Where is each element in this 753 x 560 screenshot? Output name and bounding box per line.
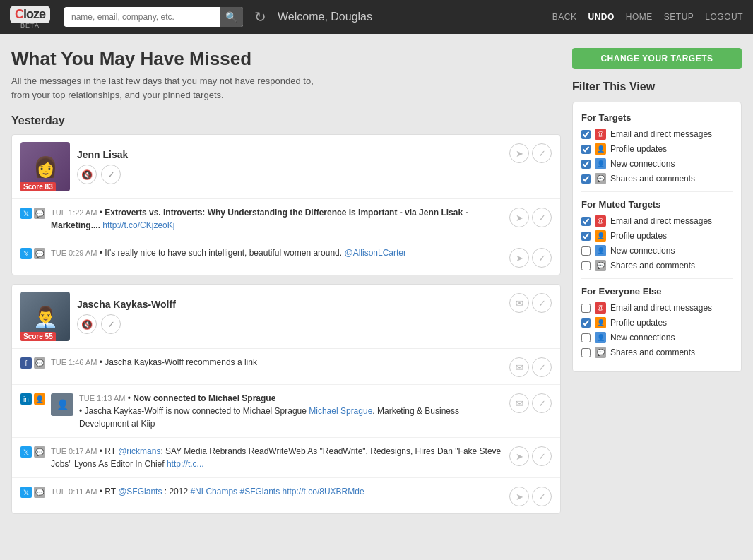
link-tw1[interactable]: http://t.c... xyxy=(167,459,204,469)
filter-muted-shares-checkbox[interactable] xyxy=(581,261,591,270)
msg-icons-tw2: 𝕏 💬 xyxy=(20,487,45,498)
filter-targets-profile-checkbox[interactable] xyxy=(581,145,591,154)
connect-filter-icon: 👤 xyxy=(595,332,606,343)
send-icon-jascha[interactable]: ✉ xyxy=(509,293,529,313)
check-btn-tw1[interactable]: ✓ xyxy=(532,446,552,466)
send-btn-tw1[interactable]: ➤ xyxy=(509,446,529,466)
msg-icons-fb: f 💬 xyxy=(20,357,45,369)
main-layout: What You May Have Missed All the message… xyxy=(0,34,753,537)
section-label: Yesterday xyxy=(11,114,561,127)
score-badge-jenn: Score 83 xyxy=(20,182,56,191)
filter-item: 👤 New connections xyxy=(581,245,733,256)
check-icon-jenn[interactable]: ✓ xyxy=(532,143,552,163)
top-navigation: Cclozeloze BETA 🔍 ↻ Welcome, Douglas BAC… xyxy=(0,0,753,34)
filter-item: 💬 Shares and comments xyxy=(581,173,733,184)
check-btn-tw2[interactable]: ✓ xyxy=(532,487,552,506)
search-box: 🔍 xyxy=(64,7,243,27)
send-btn-fb[interactable]: ✉ xyxy=(509,357,529,377)
send-btn-2[interactable]: ➤ xyxy=(509,248,529,268)
send-icon-jenn[interactable]: ➤ xyxy=(509,143,529,163)
msg-actions-2: ➤ ✓ xyxy=(509,248,552,268)
mini-avatar-michael: 👤 xyxy=(51,393,73,416)
welcome-text: Welcome, Douglas xyxy=(278,11,544,23)
msg-actions-tw1: ➤ ✓ xyxy=(509,446,552,466)
email-filter-icon: @ xyxy=(595,129,606,140)
back-link[interactable]: BACK xyxy=(552,12,577,22)
check-btn-li[interactable]: ✓ xyxy=(532,393,552,413)
filter-section-everyone: For Everyone Else xyxy=(581,286,733,297)
card-actions-jascha: ✉ ✓ xyxy=(509,293,552,341)
msg-icons-tw1: 𝕏 💬 xyxy=(20,446,45,458)
check-btn-1[interactable]: ✓ xyxy=(532,208,552,227)
send-btn-tw2[interactable]: ➤ xyxy=(509,487,529,506)
filter-item: @ Email and direct messages xyxy=(581,302,733,314)
content-area: What You May Have Missed All the message… xyxy=(11,48,561,523)
filter-everyone-shares-checkbox[interactable] xyxy=(581,348,591,357)
check-btn-fb[interactable]: ✓ xyxy=(532,357,552,377)
undo-link[interactable]: UNDO xyxy=(588,12,614,22)
chat-icon: 💬 xyxy=(34,208,45,219)
contact-row-jenn: 👩 Score 83 Jenn Lisak 🔇 ✓ ➤ ✓ xyxy=(12,135,560,199)
msg-link-1[interactable]: http://t.co/CKjzeoKj xyxy=(102,220,174,230)
filter-everyone-connections-checkbox[interactable] xyxy=(581,333,591,342)
filter-item: 💬 Shares and comments xyxy=(581,347,733,358)
check-icon-jascha[interactable]: ✓ xyxy=(532,293,552,313)
contact-name-jascha[interactable]: Jascha Kaykas-Wolff xyxy=(77,299,176,310)
chat-icon: 💬 xyxy=(34,357,45,369)
search-button[interactable]: 🔍 xyxy=(220,7,243,27)
filter-everyone-profile-checkbox[interactable] xyxy=(581,318,591,328)
msg-body-fb: TUE 1:46 AM • Jascha Kaykas-Wolff recomm… xyxy=(51,356,504,369)
send-btn-li[interactable]: ✉ xyxy=(509,393,529,413)
change-targets-button[interactable]: CHANGE YOUR TARGETS xyxy=(572,48,742,69)
link-tw2[interactable]: http://t.co/8UXBRMde xyxy=(283,487,364,496)
messages-jascha: f 💬 TUE 1:46 AM • Jascha Kaykas-Wolff re… xyxy=(12,349,560,513)
mute-icon-jascha[interactable]: 🔇 xyxy=(77,314,97,334)
logout-link[interactable]: LOGOUT xyxy=(705,12,743,22)
send-btn-1[interactable]: ➤ xyxy=(509,208,529,227)
home-link[interactable]: HOME xyxy=(626,12,653,22)
filter-divider xyxy=(581,191,733,192)
setup-link[interactable]: SETUP xyxy=(664,12,694,22)
msg-icons-2: 𝕏 💬 xyxy=(20,248,45,259)
done-icon-jenn[interactable]: ✓ xyxy=(101,165,121,184)
profile-filter-icon: 👤 xyxy=(595,317,606,328)
feed-card-jenn: 👩 Score 83 Jenn Lisak 🔇 ✓ ➤ ✓ xyxy=(11,134,561,275)
filter-item: 💬 Shares and comments xyxy=(581,260,733,271)
msg-actions-li: ✉ ✓ xyxy=(509,393,552,413)
filter-item: @ Email and direct messages xyxy=(581,215,733,227)
refresh-icon[interactable]: ↻ xyxy=(254,8,266,25)
contact-name-jenn[interactable]: Jenn Lisak xyxy=(77,149,128,160)
filter-muted-email-checkbox[interactable] xyxy=(581,217,591,226)
email-filter-icon: @ xyxy=(595,302,606,314)
check-btn-2[interactable]: ✓ xyxy=(532,248,552,268)
messages-jenn: 𝕏 💬 TUE 1:22 AM • Extroverts vs. Introve… xyxy=(12,199,560,275)
filter-targets-email-checkbox[interactable] xyxy=(581,130,591,139)
card-actions-jenn: ➤ ✓ xyxy=(509,143,552,191)
mute-icon-jenn[interactable]: 🔇 xyxy=(77,165,97,184)
done-icon-jascha[interactable]: ✓ xyxy=(101,314,121,334)
filter-muted-profile-checkbox[interactable] xyxy=(581,232,591,241)
filter-label: Email and direct messages xyxy=(610,303,712,313)
email-filter-icon: @ xyxy=(595,215,606,227)
msg-actions-tw2: ➤ ✓ xyxy=(509,487,552,506)
twitter-icon: 𝕏 xyxy=(20,487,32,498)
msg-body-1: TUE 1:22 AM • Extroverts vs. Introverts:… xyxy=(51,206,504,232)
filter-targets-shares-checkbox[interactable] xyxy=(581,174,591,184)
filter-label: Profile updates xyxy=(610,231,667,241)
filter-everyone-email-checkbox[interactable] xyxy=(581,304,591,313)
filter-label: Shares and comments xyxy=(610,261,695,270)
message-row: 𝕏 💬 TUE 1:22 AM • Extroverts vs. Introve… xyxy=(12,199,560,239)
filter-muted-connections-checkbox[interactable] xyxy=(581,246,591,256)
filter-item: 👤 Profile updates xyxy=(581,317,733,328)
filter-section-targets: For Targets xyxy=(581,112,733,123)
msg-icons-1: 𝕏 💬 xyxy=(20,208,45,219)
filter-item: 👤 New connections xyxy=(581,332,733,343)
contact-info-jenn: Jenn Lisak 🔇 ✓ xyxy=(77,142,128,191)
share-filter-icon: 💬 xyxy=(595,173,606,184)
profile-filter-icon: 👤 xyxy=(595,230,606,242)
contact-actions-jenn: 🔇 ✓ xyxy=(77,165,128,184)
filter-targets-connections-checkbox[interactable] xyxy=(581,160,591,169)
search-input[interactable] xyxy=(64,8,220,26)
contact-row-jascha: 👨‍💼 Score 55 Jascha Kaykas-Wolff 🔇 ✓ ✉ ✓ xyxy=(12,285,560,349)
twitter-icon: 𝕏 xyxy=(20,248,32,259)
